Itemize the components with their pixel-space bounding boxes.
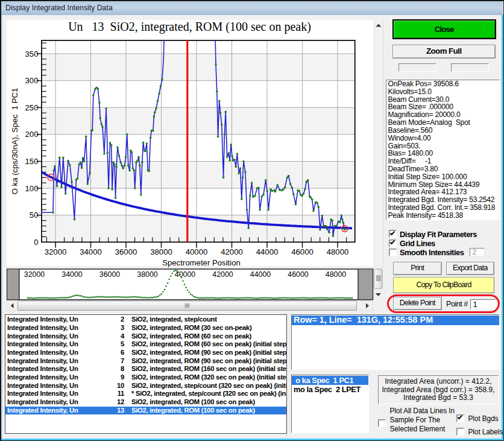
svg-text:38000: 38000 [137,270,158,279]
svg-text:Spectrometer Position: Spectrometer Position [162,258,241,267]
svg-text:50: 50 [30,211,39,220]
svg-text:34000: 34000 [61,270,83,279]
svg-text:250: 250 [25,103,38,112]
svg-text:46000: 46000 [288,270,309,279]
svg-text:150: 150 [25,157,38,166]
svg-text:44000: 44000 [256,247,279,256]
svg-text:46000: 46000 [291,247,313,256]
svg-text:32000: 32000 [45,247,67,256]
svg-text:40000: 40000 [175,270,196,279]
svg-text:350: 350 [25,49,38,59]
svg-text:200: 200 [25,130,38,139]
svg-text:O ka (cps/30nA), Spec 1 PC1: O ka (cps/30nA), Spec 1 PC1 [10,88,19,195]
svg-text:100: 100 [25,184,38,193]
svg-text:42000: 42000 [221,247,243,256]
svg-text:36000: 36000 [99,270,121,279]
svg-text:48000: 48000 [327,247,349,256]
svg-text:32000: 32000 [24,270,45,279]
svg-text:34000: 34000 [80,247,102,256]
svg-text:300: 300 [25,76,38,85]
svg-text:38000: 38000 [150,247,172,256]
svg-text:0: 0 [34,238,38,247]
svg-text:42000: 42000 [212,270,233,279]
svg-text:36000: 36000 [115,247,137,256]
svg-text:40000: 40000 [186,247,208,256]
svg-text:44000: 44000 [250,270,271,279]
svg-text:48000: 48000 [326,270,347,279]
